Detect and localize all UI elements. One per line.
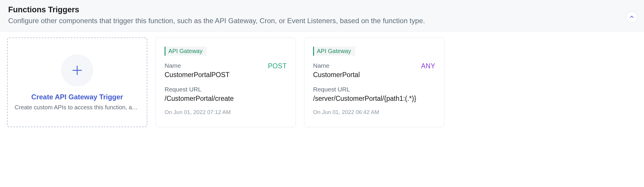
- section-header: Functions Triggers Configure other compo…: [0, 0, 644, 32]
- section-subtitle: Configure other components that trigger …: [8, 17, 636, 25]
- trigger-card[interactable]: API Gateway Name CustomerPortalPOST POST…: [156, 38, 296, 127]
- trigger-timestamp: On Jun 01, 2022 06:42 AM: [313, 109, 435, 115]
- trigger-type-tag: API Gateway: [165, 47, 207, 56]
- trigger-name: CustomerPortalPOST: [165, 70, 229, 79]
- create-trigger-card[interactable]: Create API Gateway Trigger Create custom…: [7, 38, 147, 127]
- trigger-type-tag: API Gateway: [313, 47, 355, 56]
- plus-icon: [71, 64, 83, 76]
- section-title: Functions Triggers: [8, 5, 636, 14]
- create-card-title: Create API Gateway Trigger: [31, 93, 123, 101]
- chevron-up-icon: [629, 14, 634, 20]
- request-url-label: Request URL: [165, 86, 287, 93]
- plus-icon-circle: [61, 54, 93, 86]
- create-card-description: Create custom APIs to access this functi…: [15, 104, 140, 111]
- name-label: Name: [313, 62, 360, 69]
- name-label: Name: [165, 62, 229, 69]
- trigger-card[interactable]: API Gateway Name CustomerPortal ANY Requ…: [304, 38, 444, 127]
- request-url-value: /CustomerPortal/create: [165, 94, 287, 103]
- http-method-badge: POST: [268, 62, 287, 70]
- triggers-row: Create API Gateway Trigger Create custom…: [0, 32, 644, 139]
- collapse-button[interactable]: [626, 11, 638, 23]
- request-url-value: /server/CustomerPortal/{path1:(.*)}: [313, 94, 435, 103]
- request-url-label: Request URL: [313, 86, 435, 93]
- trigger-name: CustomerPortal: [313, 70, 360, 79]
- http-method-badge: ANY: [421, 62, 435, 70]
- trigger-timestamp: On Jun 01, 2022 07:12 AM: [165, 109, 287, 115]
